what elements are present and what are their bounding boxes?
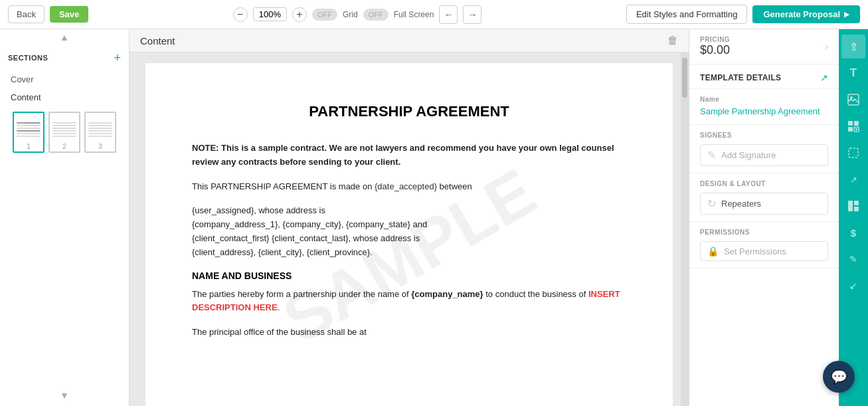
sidebar-arrow-icon[interactable]: ⇧ bbox=[841, 35, 865, 58]
svg-rect-11 bbox=[854, 207, 859, 211]
document-scroll-container: SAMPLE PARTNERSHIP AGREEMENT NOTE: This … bbox=[130, 52, 689, 406]
doc-business-para-2: The principal office of the business sha… bbox=[192, 326, 626, 340]
toolbar-center: − 100% + OFF Grid OFF Full Screen ← → bbox=[94, 5, 621, 24]
toolbar-right: Edit Styles and Formatting Generate Prop… bbox=[626, 5, 860, 24]
left-sidebar: ▲ SECTIONS + Cover Content 1 bbox=[0, 29, 130, 406]
sections-header: SECTIONS + bbox=[0, 45, 129, 70]
sidebar-link-icon[interactable]: ↗ bbox=[841, 167, 865, 191]
fullscreen-toggle[interactable]: OFF bbox=[363, 9, 389, 21]
sidebar-resize-icon[interactable]: ↙ bbox=[841, 274, 865, 298]
permissions-section: PERMISSIONS 🔒 Set Permissions bbox=[689, 222, 839, 268]
doc-title: PARTNERSHIP AGREEMENT bbox=[192, 103, 626, 120]
thumbnail-2[interactable]: 2 bbox=[48, 112, 80, 153]
repeaters-row[interactable]: ↻ Repeaters bbox=[700, 193, 828, 215]
scrollbar-vertical[interactable] bbox=[681, 52, 689, 406]
sidebar-item-content[interactable]: Content bbox=[5, 88, 124, 106]
doc-business-para-1: The parties hereby form a partnership un… bbox=[192, 288, 626, 316]
fullscreen-label: Full Screen bbox=[394, 10, 434, 19]
save-button[interactable]: Save bbox=[50, 6, 88, 23]
pricing-section[interactable]: PRICING $0.00 › bbox=[689, 29, 839, 64]
thumbnail-3-num: 3 bbox=[98, 143, 102, 150]
document-page[interactable]: SAMPLE PARTNERSHIP AGREEMENT NOTE: This … bbox=[145, 63, 673, 406]
template-name-value: Sample Partnership Agreement bbox=[700, 106, 828, 118]
nav-back-button[interactable]: ← bbox=[439, 5, 458, 24]
design-layout-section: DESIGN & LAYOUT ↻ Repeaters bbox=[689, 173, 839, 222]
grid-label: Grid bbox=[343, 10, 358, 19]
sidebar-transform-icon[interactable] bbox=[841, 141, 865, 165]
zoom-display[interactable]: 100% bbox=[253, 7, 287, 21]
toolbar: Back Save − 100% + OFF Grid OFF Full Scr… bbox=[0, 0, 868, 29]
lock-icon: 🔒 bbox=[707, 246, 719, 256]
template-name-row: Name Sample Partnership Agreement bbox=[689, 89, 839, 125]
set-permissions-row[interactable]: 🔒 Set Permissions bbox=[700, 241, 828, 261]
sidebar-text-icon[interactable]: T bbox=[841, 61, 865, 85]
template-name-label: Name bbox=[700, 96, 828, 103]
add-signature-row[interactable]: ✎ Add Signature bbox=[700, 144, 828, 166]
back-button[interactable]: Back bbox=[8, 5, 44, 23]
set-permissions-text: Set Permissions bbox=[724, 247, 786, 256]
toolbar-left: Back Save bbox=[8, 5, 88, 23]
chat-bubble[interactable]: 💬 bbox=[823, 361, 855, 393]
thumbnails-container: 1 2 bbox=[0, 106, 129, 158]
right-panel: PRICING $0.00 › TEMPLATE DETAILS ↗ Name … bbox=[689, 29, 868, 406]
document-wrapper: SAMPLE PARTNERSHIP AGREEMENT NOTE: This … bbox=[130, 52, 689, 406]
grid-toggle-state: OFF bbox=[317, 11, 332, 19]
sidebar-grid-icon[interactable] bbox=[841, 194, 865, 218]
zoom-in-button[interactable]: + bbox=[292, 7, 307, 22]
sidebar-item-cover[interactable]: Cover bbox=[5, 70, 124, 88]
template-details-header: TEMPLATE DETAILS ↗ bbox=[689, 64, 839, 89]
pricing-value: $0.00 bbox=[700, 43, 730, 57]
right-icon-sidebar: ⇧ T bbox=[839, 29, 868, 406]
sidebar-scroll-down[interactable]: ▼ bbox=[0, 387, 129, 406]
generate-proposal-button[interactable]: Generate Proposal bbox=[752, 5, 860, 23]
section-list: Cover Content bbox=[0, 70, 129, 106]
external-link-icon[interactable]: ↗ bbox=[820, 72, 828, 83]
doc-intro-para: This PARTNERSHIP AGREEMENT is made on {d… bbox=[192, 180, 626, 194]
thumbnail-1[interactable]: 1 bbox=[13, 112, 44, 153]
sidebar-pencil-icon[interactable]: ✎ bbox=[841, 247, 865, 271]
edit-styles-button[interactable]: Edit Styles and Formatting bbox=[626, 5, 747, 24]
fullscreen-toggle-state: OFF bbox=[369, 11, 383, 19]
design-layout-label: DESIGN & LAYOUT bbox=[700, 180, 828, 187]
signature-icon: ✎ bbox=[707, 149, 716, 161]
content-area: Content 🗑 SAMPLE PARTNERSHIP AGREEMENT N… bbox=[130, 29, 689, 406]
doc-note-para: NOTE: This is a sample contract. We are … bbox=[192, 142, 626, 169]
repeaters-text: Repeaters bbox=[721, 199, 761, 209]
doc-content: PARTNERSHIP AGREEMENT NOTE: This is a sa… bbox=[192, 103, 626, 340]
svg-rect-10 bbox=[854, 201, 859, 205]
template-details-title: TEMPLATE DETAILS bbox=[700, 73, 781, 82]
add-signature-text: Add Signature bbox=[721, 150, 776, 160]
svg-rect-8 bbox=[849, 148, 858, 157]
doc-address-para: {user_assigned}, whose address is {compa… bbox=[192, 204, 626, 259]
pricing-chevron-icon: › bbox=[825, 41, 828, 52]
delete-section-button[interactable]: 🗑 bbox=[667, 35, 678, 47]
repeater-icon: ↻ bbox=[707, 197, 716, 210]
zoom-out-button[interactable]: − bbox=[233, 7, 248, 22]
nav-forward-button[interactable]: → bbox=[463, 5, 481, 24]
signees-section: SIGNEES ✎ Add Signature bbox=[689, 125, 839, 173]
doc-section-name-business: NAME AND BUSINESS bbox=[192, 270, 626, 281]
add-section-button[interactable]: + bbox=[114, 52, 121, 64]
main-layout: ▲ SECTIONS + Cover Content 1 bbox=[0, 29, 868, 406]
right-main-content: PRICING $0.00 › TEMPLATE DETAILS ↗ Name … bbox=[689, 29, 839, 406]
content-section-title: Content bbox=[140, 35, 175, 47]
thumbnail-3[interactable]: 3 bbox=[84, 112, 116, 153]
thumbnail-1-num: 1 bbox=[27, 143, 31, 150]
date-variable: {date_accepted} bbox=[375, 181, 437, 191]
sidebar-image-icon[interactable] bbox=[841, 88, 865, 112]
sidebar-add-box-icon[interactable] bbox=[841, 114, 865, 138]
pricing-label: PRICING bbox=[700, 36, 730, 43]
svg-rect-2 bbox=[848, 121, 853, 126]
scrollbar-thumb[interactable] bbox=[682, 58, 687, 98]
svg-rect-9 bbox=[848, 201, 853, 211]
permissions-label: PERMISSIONS bbox=[700, 229, 828, 236]
svg-rect-4 bbox=[848, 127, 853, 132]
content-header: Content 🗑 bbox=[130, 29, 689, 52]
thumbnail-2-num: 2 bbox=[62, 143, 66, 150]
sections-label: SECTIONS bbox=[8, 54, 48, 62]
svg-rect-3 bbox=[854, 121, 859, 126]
grid-toggle[interactable]: OFF bbox=[312, 9, 337, 21]
signees-label: SIGNEES bbox=[700, 132, 828, 139]
sidebar-dollar-icon[interactable]: $ bbox=[841, 221, 865, 245]
sidebar-scroll-up[interactable]: ▲ bbox=[0, 29, 129, 45]
